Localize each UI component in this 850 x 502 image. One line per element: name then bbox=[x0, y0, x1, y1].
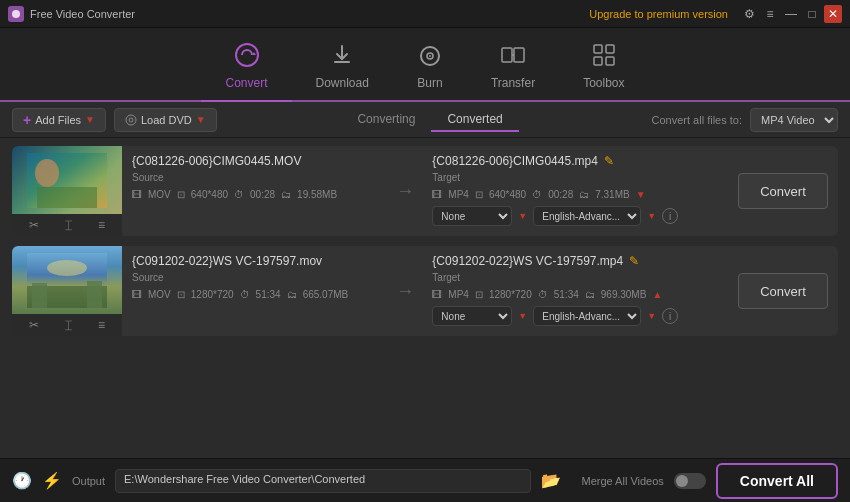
subtitle-select-2[interactable]: None bbox=[432, 306, 512, 326]
source-label-1: Source bbox=[132, 172, 378, 183]
target-size-icon-1: 🗂 bbox=[579, 189, 589, 200]
svg-rect-8 bbox=[594, 45, 602, 53]
convert-all-files-label: Convert all files to: bbox=[652, 114, 742, 126]
transfer-nav-label: Transfer bbox=[491, 76, 535, 90]
toolbox-nav-label: Toolbox bbox=[583, 76, 624, 90]
target-label-1: Target bbox=[432, 172, 728, 183]
open-folder-icon[interactable]: 📂 bbox=[541, 471, 561, 490]
thumb-image-1 bbox=[12, 146, 122, 214]
cut-icon-1[interactable]: ✂ bbox=[29, 218, 39, 232]
target-info-2: {C091202-022}WS VC-197597.mp4 ✎ Target 🎞… bbox=[422, 246, 738, 336]
audio-info-icon-1[interactable]: i bbox=[662, 208, 678, 224]
output-path[interactable]: E:\Wondershare Free Video Converter\Conv… bbox=[115, 469, 531, 493]
convert-button-2[interactable]: Convert bbox=[738, 273, 828, 309]
svg-rect-21 bbox=[87, 281, 102, 308]
effects-icon-1[interactable]: ≡ bbox=[98, 218, 105, 232]
settings-icon[interactable]: ⚙ bbox=[740, 5, 758, 23]
disc-icon bbox=[125, 114, 137, 126]
crop-icon-1[interactable]: ⌶ bbox=[65, 218, 72, 232]
tab-converting[interactable]: Converting bbox=[341, 108, 431, 132]
svg-point-12 bbox=[126, 115, 136, 125]
source-size-1: 19.58MB bbox=[297, 189, 337, 200]
file-info-1: {C081226-006}CIMG0445.MOV Source 🎞 MOV ⊡… bbox=[122, 146, 388, 236]
edit-target-2[interactable]: ✎ bbox=[629, 254, 639, 268]
merge-toggle[interactable] bbox=[674, 473, 706, 489]
source-label-2: Source bbox=[132, 272, 378, 283]
thumb-visual-1 bbox=[27, 153, 107, 208]
audio-select-2[interactable]: English-Advanc... bbox=[533, 306, 641, 326]
edit-target-1[interactable]: ✎ bbox=[604, 154, 614, 168]
app-title: Free Video Converter bbox=[30, 8, 135, 20]
status-tabs: Converting Converted bbox=[341, 108, 518, 132]
file-info-2: {C091202-022}WS VC-197597.mov Source 🎞 M… bbox=[122, 246, 388, 336]
add-files-dropdown-icon[interactable]: ▼ bbox=[85, 114, 95, 125]
svg-point-18 bbox=[47, 260, 87, 276]
toolbar: + Add Files ▼ Load DVD ▼ Converting Conv… bbox=[0, 102, 850, 138]
toggle-knob bbox=[676, 475, 688, 487]
svg-point-15 bbox=[35, 159, 59, 187]
source-meta-1: 🎞 MOV ⊡ 640*480 ⏱ 00:28 🗂 19.58MB bbox=[132, 189, 378, 200]
source-filename-1: {C081226-006}CIMG0445.MOV bbox=[132, 154, 378, 168]
source-duration-1: 00:28 bbox=[250, 189, 275, 200]
source-format-1: MOV bbox=[148, 189, 171, 200]
target-meta-2: 🎞 MP4 ⊡ 1280*720 ⏱ 51:34 🗂 969.30MB ▲ bbox=[432, 289, 728, 300]
svg-rect-7 bbox=[514, 48, 524, 62]
svg-rect-11 bbox=[606, 57, 614, 65]
resolution-icon-1: ⊡ bbox=[177, 189, 185, 200]
load-dvd-dropdown-icon[interactable]: ▼ bbox=[196, 114, 206, 125]
nav-download[interactable]: Download bbox=[292, 34, 393, 100]
cut-icon-2[interactable]: ✂ bbox=[29, 318, 39, 332]
minimize-button[interactable]: — bbox=[782, 5, 800, 23]
svg-point-5 bbox=[429, 55, 431, 57]
load-dvd-button[interactable]: Load DVD ▼ bbox=[114, 108, 217, 132]
target-format-icon-1: 🎞 bbox=[432, 189, 442, 200]
toolbox-nav-icon bbox=[591, 42, 617, 72]
add-files-button[interactable]: + Add Files ▼ bbox=[12, 108, 106, 132]
thumb-controls-1: ✂ ⌶ ≡ bbox=[12, 214, 122, 236]
convert-nav-label: Convert bbox=[225, 76, 267, 90]
target-size-1: 7.31MB bbox=[595, 189, 629, 200]
convert-all-button[interactable]: Convert All bbox=[716, 463, 838, 499]
crop-icon-2[interactable]: ⌶ bbox=[65, 318, 72, 332]
target-info-1: {C081226-006}CIMG0445.mp4 ✎ Target 🎞 MP4… bbox=[422, 146, 738, 236]
convert-button-1[interactable]: Convert bbox=[738, 173, 828, 209]
target-res-icon-2: ⊡ bbox=[475, 289, 483, 300]
tab-converted[interactable]: Converted bbox=[431, 108, 518, 132]
menu-icon[interactable]: ≡ bbox=[761, 5, 779, 23]
app-icon bbox=[8, 6, 24, 22]
format-icon-1: 🎞 bbox=[132, 189, 142, 200]
file-card-2: ✂ ⌶ ≡ {C091202-022}WS VC-197597.mov Sour… bbox=[12, 246, 838, 336]
source-resolution-1: 640*480 bbox=[191, 189, 228, 200]
svg-point-0 bbox=[12, 10, 20, 18]
nav-convert[interactable]: Convert bbox=[201, 34, 291, 100]
lightning-icon[interactable]: ⚡ bbox=[42, 471, 62, 490]
svg-rect-6 bbox=[502, 48, 512, 62]
clock-icon[interactable]: 🕐 bbox=[12, 471, 32, 490]
file-list: ✂ ⌶ ≡ {C081226-006}CIMG0445.MOV Source 🎞… bbox=[0, 138, 850, 458]
effects-icon-2[interactable]: ≡ bbox=[98, 318, 105, 332]
maximize-button[interactable]: □ bbox=[803, 5, 821, 23]
target-name-row-1: {C081226-006}CIMG0445.mp4 ✎ bbox=[432, 154, 728, 168]
close-button[interactable]: ✕ bbox=[824, 5, 842, 23]
file-thumb-1: ✂ ⌶ ≡ bbox=[12, 146, 122, 236]
source-meta-2: 🎞 MOV ⊡ 1280*720 ⏱ 51:34 🗂 665.07MB bbox=[132, 289, 378, 300]
duration-icon-2: ⏱ bbox=[240, 289, 250, 300]
audio-select-1[interactable]: English-Advanc... bbox=[533, 206, 641, 226]
nav-burn[interactable]: Burn bbox=[393, 34, 467, 100]
nav-transfer[interactable]: Transfer bbox=[467, 34, 559, 100]
title-bar-right: Upgrade to premium version ⚙ ≡ — □ ✕ bbox=[589, 5, 842, 23]
thumb-visual-2 bbox=[27, 253, 107, 308]
format-select[interactable]: MP4 Video bbox=[750, 108, 838, 132]
nav-toolbox[interactable]: Toolbox bbox=[559, 34, 648, 100]
source-duration-2: 51:34 bbox=[256, 289, 281, 300]
upgrade-link[interactable]: Upgrade to premium version bbox=[589, 8, 728, 20]
title-bar: Free Video Converter Upgrade to premium … bbox=[0, 0, 850, 28]
subtitle-select-1[interactable]: None bbox=[432, 206, 512, 226]
target-resolution-2: 1280*720 bbox=[489, 289, 532, 300]
audio-info-icon-2[interactable]: i bbox=[662, 308, 678, 324]
target-dur-icon-1: ⏱ bbox=[532, 189, 542, 200]
size-up-icon-2: ▲ bbox=[652, 289, 662, 300]
audio-dropdown-icon-1: ▼ bbox=[647, 211, 656, 221]
duration-icon-1: ⏱ bbox=[234, 189, 244, 200]
output-label: Output bbox=[72, 475, 105, 487]
